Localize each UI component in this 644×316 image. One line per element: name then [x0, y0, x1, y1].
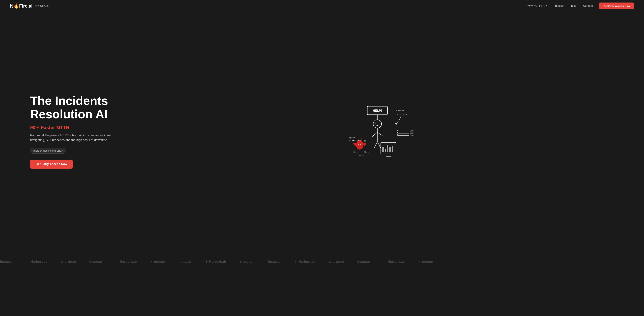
nav-item-blog[interactable]: Blog — [571, 4, 576, 8]
svg-point-3 — [373, 120, 382, 128]
harborlab-icon-5: ⊥ — [384, 260, 386, 264]
nav-item-careers[interactable]: Careers — [583, 4, 593, 8]
why-nofire-link[interactable]: Why NOFire AI? — [527, 4, 547, 7]
product-label: Product — [554, 4, 563, 8]
instacar-label-3: instacar — [178, 260, 192, 264]
svg-line-5 — [379, 123, 379, 124]
harborlab-label-2: HarborLab — [120, 260, 137, 264]
svg-text:Logs: Logs — [410, 134, 414, 136]
navbar: N🔥Fire.ai Always On. Why NOFire AI? Prod… — [0, 0, 644, 12]
logo-ergeon-1: ∧ ergeon — [61, 260, 76, 264]
logo-harborlab-2: ⊥ HarborLab — [116, 260, 137, 264]
logo-harborlab-4: ⊥ HarborLab — [294, 260, 315, 264]
svg-rect-18 — [392, 146, 393, 152]
svg-rect-17 — [390, 147, 391, 152]
chevron-down-icon: ▾ — [563, 5, 564, 7]
logo-ergeon-2: ∧ ergeon — [150, 260, 165, 264]
harborlab-icon-2: ⊥ — [116, 260, 118, 264]
harborlab-icon-4: ⊥ — [294, 260, 297, 264]
logo-harborlab-3: ⊥ HarborLab — [205, 260, 226, 264]
harborlab-label: HarborLab — [30, 260, 48, 264]
harborlab-label-3: HarborLab — [209, 260, 226, 264]
instacar-label-5: instacar — [357, 260, 370, 264]
svg-text:Logs: Logs — [410, 130, 414, 132]
svg-rect-16 — [387, 145, 388, 152]
ergeon-icon: ∧ — [61, 260, 64, 264]
ergeon-label-2: ergeon — [154, 260, 165, 264]
logos-track: instacar ⊥ HarborLab ∧ ergeon instacar ⊥… — [0, 260, 433, 264]
svg-text:Alerts: Alerts — [364, 151, 369, 153]
flame-icon: 🔥 — [14, 3, 19, 9]
harborlab-label-4: HarborLab — [298, 260, 315, 264]
nav-links: Why NOFire AI? Product ▾ Blog Careers Ge… — [527, 3, 634, 10]
ergeon-icon-5: ∧ — [418, 260, 420, 264]
svg-text:the rescue: the rescue — [396, 113, 408, 116]
hero-description: For on-call Engineers & SRE folks, battl… — [30, 133, 118, 143]
logo-harborlab-1: ⊥ HarborLab — [26, 260, 48, 264]
svg-text:is down. Goh!: is down. Goh! — [349, 139, 362, 142]
hero-svg: HELP! — [347, 100, 418, 163]
hero-section: The Incidents Resolution AI 90% Faster M… — [0, 0, 644, 253]
ergeon-label: ergeon — [65, 260, 76, 264]
svg-line-8 — [377, 132, 382, 136]
nav-item-why[interactable]: Why NOFire AI? — [527, 4, 547, 8]
logo-instacar-4: instacar — [268, 260, 281, 264]
svg-rect-32 — [398, 130, 409, 131]
svg-text:★: ★ — [364, 139, 366, 142]
blog-link[interactable]: Blog — [571, 4, 576, 7]
svg-line-4 — [375, 123, 376, 124]
logo-ergeon-3: ∧ ergeon — [240, 260, 254, 264]
logo: N🔥Fire.ai — [10, 3, 32, 9]
instacar-label-4: instacar — [268, 260, 281, 264]
hero-cta-button[interactable]: Get Early Access Now — [30, 160, 72, 169]
instacar-label: instacar — [0, 260, 13, 264]
svg-text:SRE to: SRE to — [396, 109, 404, 112]
tagline: Always On. — [35, 4, 49, 8]
logo-instacar-1: instacar — [0, 260, 13, 264]
ergeon-label-4: ergeon — [332, 260, 344, 264]
ergeon-icon-3: ∧ — [240, 260, 242, 264]
logos-wrapper: instacar ⊥ HarborLab ∧ ergeon instacar ⊥… — [0, 260, 644, 264]
svg-rect-34 — [398, 134, 409, 136]
logo-ergeon-5: ∧ ergeon — [418, 260, 433, 264]
harborlab-icon: ⊥ — [26, 260, 29, 264]
hero-title: The Incidents Resolution AI — [30, 94, 131, 121]
svg-line-10 — [377, 142, 381, 148]
ergeon-icon-2: ∧ — [150, 260, 152, 264]
hero-illustration: HELP! — [131, 98, 634, 165]
ergeon-label-5: ergeon — [422, 260, 433, 264]
svg-text:HELP!: HELP! — [373, 109, 382, 112]
instacar-label-2: instacar — [90, 260, 102, 264]
nav-cta-button[interactable]: Get Early Access Now — [600, 3, 634, 10]
logo-area: N🔥Fire.ai Always On. — [10, 3, 49, 9]
svg-line-9 — [374, 142, 377, 148]
harborlab-icon-3: ⊥ — [205, 260, 208, 264]
svg-rect-33 — [398, 132, 409, 133]
svg-marker-31 — [395, 123, 397, 125]
logo-instacar-5: instacar — [357, 260, 370, 264]
product-link[interactable]: Product ▾ — [554, 4, 564, 8]
svg-point-21 — [360, 144, 361, 145]
svg-rect-15 — [385, 149, 386, 152]
logos-section: instacar ⊥ HarborLab ∧ ergeon instacar ⊥… — [0, 253, 644, 270]
svg-text:System: System — [349, 136, 356, 139]
hero-content: The Incidents Resolution AI 90% Faster M… — [30, 94, 131, 169]
svg-point-20 — [358, 144, 359, 145]
logo-instacar-3: instacar — [178, 260, 192, 264]
hero-subtitle: 90% Faster MTTR — [30, 125, 131, 130]
svg-text:Logs: Logs — [410, 132, 414, 134]
nav-cta-item[interactable]: Get Early Access Now — [600, 3, 634, 10]
logo-ergeon-4: ∧ ergeon — [329, 260, 344, 264]
hero-badge: made by battle-tested SREs — [30, 148, 66, 154]
svg-text:Alerts: Alerts — [358, 154, 364, 157]
svg-rect-14 — [382, 147, 384, 152]
svg-text:Alerts: Alerts — [353, 151, 358, 153]
careers-link[interactable]: Careers — [583, 4, 593, 7]
ergeon-icon-4: ∧ — [329, 260, 331, 264]
harborlab-label-5: HarborLab — [388, 260, 405, 264]
ergeon-label-3: ergeon — [243, 260, 254, 264]
logo-instacar-2: instacar — [90, 260, 102, 264]
logo-harborlab-5: ⊥ HarborLab — [384, 260, 405, 264]
svg-line-7 — [372, 132, 377, 137]
nav-item-product[interactable]: Product ▾ — [554, 4, 564, 8]
